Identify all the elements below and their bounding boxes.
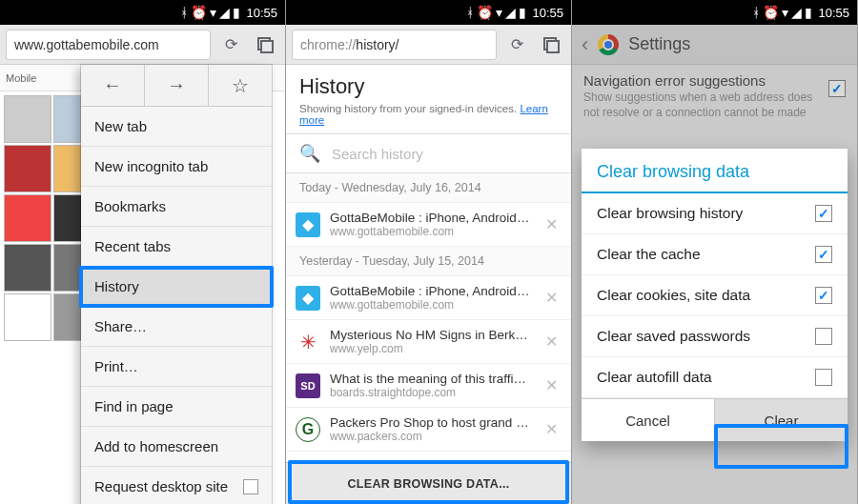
search-history-row[interactable]: 🔍 Search history — [286, 133, 571, 173]
wifi-icon: ▾ — [496, 5, 501, 20]
close-icon[interactable]: ✕ — [541, 285, 562, 311]
clear-data-dialog: Clear browsing data Clear browsing histo… — [582, 149, 848, 441]
history-row[interactable]: ◆ GottaBeMobile : iPhone, Android … www.… — [286, 203, 571, 247]
menu-item-bookmarks[interactable]: Bookmarks — [81, 187, 272, 227]
close-icon[interactable]: ✕ — [541, 212, 562, 237]
history-title: GottaBeMobile : iPhone, Android … — [330, 284, 532, 298]
svg-rect-1 — [261, 41, 273, 52]
menu-item-history[interactable]: History — [81, 267, 272, 307]
menu-item-find[interactable]: Find in page — [81, 387, 272, 427]
checkbox-icon[interactable] — [815, 328, 832, 345]
favicon-icon: ✳ — [296, 330, 320, 354]
url-field[interactable]: www.gottabemobile.com — [6, 30, 211, 60]
phone-panel-2: ᚼ ⏰ ▾ ◢ ▮ 10:55 chrome://history/ ⟳ Hist… — [286, 0, 572, 504]
menu-item-add-homescreen[interactable]: Add to homescreen — [81, 427, 272, 467]
date-header: Yesterday - Tuesday, July 15, 2014 — [286, 247, 571, 276]
history-row[interactable]: ✳ Mysterious No HM Signs in Berke… www.y… — [286, 320, 571, 364]
page-tab[interactable]: Mobile — [6, 72, 36, 84]
dialog-option[interactable]: Clear browsing history ✓ — [582, 193, 848, 234]
wifi-icon: ▾ — [782, 5, 787, 20]
thumb — [4, 95, 51, 143]
favicon-icon: G — [296, 417, 320, 442]
status-time: 10:55 — [246, 6, 277, 20]
overflow-menu: ← → ☆ New tab New incognito tab Bookmark… — [81, 65, 272, 504]
signal-icon: ◢ — [505, 5, 515, 20]
history-url: www.gottabemobile.com — [330, 298, 532, 312]
menu-item-new-tab[interactable]: New tab — [81, 107, 272, 147]
history-url: www.gottabemobile.com — [330, 225, 532, 238]
favicon-icon: SD — [296, 373, 320, 398]
history-url: www.packers.com — [330, 430, 532, 443]
status-bar: ᚼ ⏰ ▾ ◢ ▮ 10:55 — [572, 0, 857, 25]
dialog-buttons: Cancel Clear — [582, 398, 848, 441]
thumb — [4, 244, 51, 292]
checkbox-icon[interactable] — [815, 369, 832, 386]
status-bar: ᚼ ⏰ ▾ ◢ ▮ 10:55 — [0, 0, 285, 25]
reload-icon[interactable]: ⟳ — [216, 30, 245, 59]
dialog-title: Clear browsing data — [582, 149, 848, 193]
url-bar: chrome://history/ ⟳ — [286, 25, 571, 65]
checkbox-icon[interactable]: ✓ — [815, 205, 832, 222]
url-text: www.gottabemobile.com — [14, 37, 159, 52]
history-url: www.yelp.com — [330, 342, 532, 355]
favicon-icon: ◆ — [296, 286, 320, 311]
star-icon[interactable]: ☆ — [209, 65, 272, 106]
menu-item-share[interactable]: Share… — [81, 307, 272, 347]
menu-item-incognito[interactable]: New incognito tab — [81, 147, 272, 187]
close-icon[interactable]: ✕ — [541, 329, 562, 354]
status-bar: ᚼ ⏰ ▾ ◢ ▮ 10:55 — [286, 0, 571, 25]
close-icon[interactable]: ✕ — [541, 373, 562, 398]
page-subtitle: Showing history from your signed-in devi… — [299, 103, 558, 126]
checkbox-icon[interactable]: ✓ — [815, 246, 832, 263]
history-row[interactable]: SD What is the meaning of this traffi… b… — [286, 364, 571, 408]
thumb — [4, 145, 51, 192]
history-page: History Showing history from your signed… — [286, 65, 571, 504]
bluetooth-icon: ᚼ — [466, 5, 473, 20]
clear-button[interactable]: Clear — [715, 399, 848, 441]
close-icon[interactable]: ✕ — [541, 416, 562, 442]
settings-background: ‹ Settings Navigation error suggestions … — [572, 25, 857, 504]
history-row[interactable]: ◆ GottaBeMobile : iPhone, Android … www.… — [286, 276, 571, 320]
dialog-option[interactable]: Clear autofill data — [582, 357, 848, 398]
dialog-option[interactable]: Clear cookies, site data ✓ — [582, 275, 848, 316]
back-icon[interactable]: ← — [81, 65, 145, 106]
url-path: history/ — [356, 37, 398, 52]
checkbox-icon[interactable] — [243, 479, 258, 494]
clear-browsing-data-button[interactable]: CLEAR BROWSING DATA... — [286, 462, 571, 504]
alarm-icon: ⏰ — [763, 5, 778, 20]
status-time: 10:55 — [532, 6, 563, 20]
battery-icon: ▮ — [805, 5, 811, 20]
svg-rect-3 — [547, 41, 559, 52]
menu-item-request-desktop[interactable]: Request desktop site — [81, 467, 272, 504]
cancel-button[interactable]: Cancel — [582, 399, 715, 441]
date-header: Today - Wednesday, July 16, 2014 — [286, 173, 571, 203]
tabs-icon[interactable] — [537, 30, 565, 59]
thumb — [4, 293, 51, 341]
signal-icon: ◢ — [219, 5, 229, 20]
history-url: boards.straightdope.com — [330, 386, 532, 399]
status-time: 10:55 — [818, 6, 849, 20]
url-bar: www.gottabemobile.com ⟳ — [0, 25, 285, 65]
forward-icon[interactable]: → — [145, 65, 209, 106]
menu-item-print[interactable]: Print… — [81, 347, 272, 387]
history-row[interactable]: G Packers Pro Shop to host grand o… www.… — [286, 408, 571, 452]
phone-panel-3: ᚼ ⏰ ▾ ◢ ▮ 10:55 ‹ Settings Navigation er… — [572, 0, 858, 504]
battery-icon: ▮ — [233, 5, 239, 20]
history-title: Mysterious No HM Signs in Berke… — [330, 328, 532, 342]
url-field[interactable]: chrome://history/ — [292, 30, 497, 60]
dialog-option[interactable]: Clear the cache ✓ — [582, 234, 848, 275]
dialog-option[interactable]: Clear saved passwords — [582, 316, 848, 357]
bluetooth-icon: ᚼ — [752, 5, 759, 20]
menu-item-recent-tabs[interactable]: Recent tabs — [81, 227, 272, 267]
history-title: What is the meaning of this traffi… — [330, 372, 532, 386]
page-title: History — [299, 74, 558, 99]
checkbox-icon[interactable]: ✓ — [815, 287, 832, 304]
phone-panel-1: ᚼ ⏰ ▾ ◢ ▮ 10:55 www.gottabemobile.com ⟳ … — [0, 0, 286, 504]
search-icon: 🔍 — [299, 143, 320, 164]
tabs-icon[interactable] — [251, 30, 279, 59]
wifi-icon: ▾ — [210, 5, 215, 20]
reload-icon[interactable]: ⟳ — [502, 30, 531, 59]
search-placeholder: Search history — [332, 146, 423, 162]
alarm-icon: ⏰ — [477, 5, 492, 20]
bluetooth-icon: ᚼ — [180, 5, 187, 20]
